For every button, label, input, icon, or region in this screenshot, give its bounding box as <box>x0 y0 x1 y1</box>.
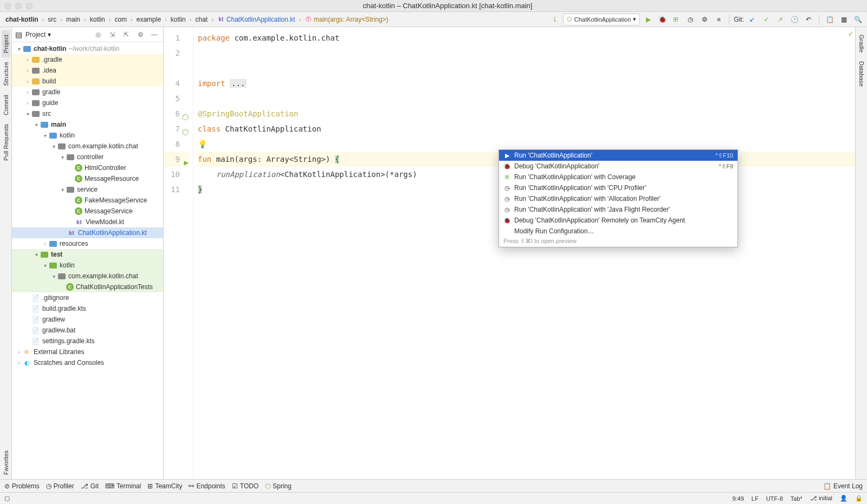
menu-item-run[interactable]: ▶Run 'ChatKotlinApplication'^⇧F10 <box>499 150 737 161</box>
menu-item-jfr[interactable]: ◷Run 'ChatKotlinApplication' with 'Java … <box>499 204 737 215</box>
tree-folder[interactable]: ▾test <box>12 249 163 260</box>
git-push-icon[interactable]: ↗ <box>774 14 786 25</box>
tree-class[interactable]: CHtmlController <box>12 162 163 173</box>
tab-commit[interactable]: Commit <box>2 90 10 120</box>
tree-folder[interactable]: ›.gradle <box>12 54 163 65</box>
crumb-file[interactable]: ktChatKotlinApplication.kt <box>215 15 297 24</box>
status-line-sep[interactable]: LF <box>752 495 759 502</box>
crumb-fn[interactable]: ⓕmain(args: Array<String>) <box>302 15 390 24</box>
status-encoding[interactable]: UTF-8 <box>766 495 783 502</box>
tree-package[interactable]: ▾com.example.kotlin.chat <box>12 141 163 152</box>
tree-libraries[interactable]: ›⊪External Libraries <box>12 346 163 357</box>
editor[interactable]: ✓ 1 2 4 5 ⬡6 ⬡7 8 ▶9 10 11 package com.e… <box>164 27 855 479</box>
editor-gutter[interactable]: 1 2 4 5 ⬡6 ⬡7 8 ▶9 10 11 <box>164 27 193 479</box>
tool-windows-toggle-icon[interactable]: ▢ <box>4 495 10 502</box>
tree-file[interactable]: 📄.gitignore <box>12 292 163 303</box>
tree-file[interactable]: ktViewModel.kt <box>12 217 163 227</box>
collapse-icon[interactable]: ⇱ <box>121 29 132 40</box>
menu-item-cpu[interactable]: ◷Run 'ChatKotlinApplication' with 'CPU P… <box>499 182 737 193</box>
menu-item-teamcity[interactable]: 🐞Debug 'ChatKotlinApplication' Remotely … <box>499 215 737 226</box>
code-area[interactable]: package com.example.kotlin.chat import .… <box>193 27 855 479</box>
tree-package[interactable]: ▾com.example.kotlin.chat <box>12 271 163 282</box>
tree-root[interactable]: ▾chat-kotlin~/work/chat-kotlin <box>12 43 163 54</box>
status-branch[interactable]: ⎇ initial <box>810 495 832 502</box>
tree-file[interactable]: 📄build.gradle.kts <box>12 303 163 314</box>
tab-pull-requests[interactable]: Pull Requests <box>2 120 10 165</box>
tab-project[interactable]: Project <box>2 30 10 57</box>
tab-database[interactable]: Database <box>857 57 866 91</box>
tree-folder[interactable]: ›resources <box>12 238 163 249</box>
tree-folder[interactable]: ›build <box>12 76 163 87</box>
inspection-ok-icon[interactable]: ✓ <box>849 29 853 38</box>
tab-endpoints[interactable]: ⚯Endpoints <box>189 482 225 490</box>
menu-item-coverage[interactable]: ⛨Run 'ChatKotlinApplication' with Covera… <box>499 172 737 182</box>
stop-icon[interactable]: ■ <box>713 14 724 25</box>
tree-class[interactable]: CMessageResource <box>12 173 163 184</box>
menu-item-debug[interactable]: 🐞Debug 'ChatKotlinApplication'^⇧F9 <box>499 161 737 172</box>
run-icon[interactable]: ▶ <box>642 14 654 25</box>
project-view-selector[interactable]: Project <box>25 31 46 38</box>
chevron-down-icon[interactable]: ▾ <box>48 31 51 38</box>
hide-icon[interactable]: — <box>149 29 160 40</box>
git-revert-icon[interactable]: ↶ <box>803 14 814 25</box>
window-controls[interactable] <box>4 3 33 9</box>
tab-favorites[interactable]: Favorites <box>2 446 10 479</box>
tree-file[interactable]: 📄settings.gradle.kts <box>12 336 163 346</box>
tree-folder[interactable]: ›guide <box>12 97 163 108</box>
git-update-icon[interactable]: ↙ <box>746 14 758 25</box>
tree-scratches[interactable]: ›◐Scratches and Consoles <box>12 357 163 368</box>
tree-file[interactable]: 📄gradlew.bat <box>12 325 163 336</box>
tree-folder[interactable]: ▾src <box>12 108 163 119</box>
tab-profiler[interactable]: ◷Profiler <box>46 482 74 490</box>
tab-spring[interactable]: ⬡Spring <box>265 482 292 490</box>
tab-teamcity[interactable]: ⊞TeamCity <box>147 482 182 490</box>
tab-structure[interactable]: Structure <box>2 57 10 90</box>
tab-gradle[interactable]: Gradle <box>857 30 866 57</box>
tree-class[interactable]: CMessageService <box>12 206 163 217</box>
crumb-com[interactable]: com <box>112 15 129 24</box>
status-lock-icon[interactable]: 🔒 <box>855 495 863 502</box>
crumb-kotlin[interactable]: kotlin <box>88 15 107 24</box>
coverage-icon[interactable]: ⛨ <box>670 14 682 25</box>
tree-class[interactable]: CChatKotlinApplicationTests <box>12 282 163 292</box>
crumb-example[interactable]: example <box>134 15 163 24</box>
git-history-icon[interactable]: 🕒 <box>788 14 800 25</box>
status-avatar-icon[interactable]: 👤 <box>840 495 847 502</box>
project-tree[interactable]: ▾chat-kotlin~/work/chat-kotlin ›.gradle … <box>12 42 163 479</box>
tab-todo[interactable]: ☑TODO <box>232 482 258 490</box>
run-config-selector[interactable]: ⬡ ChatKotlinApplication ▾ <box>563 14 640 25</box>
gear-icon[interactable]: ⚙ <box>135 29 146 40</box>
tree-package[interactable]: ▾service <box>12 184 163 195</box>
crumb-src[interactable]: src <box>46 15 59 24</box>
search-icon[interactable]: 🔍 <box>852 14 864 25</box>
tab-git[interactable]: ⎇Git <box>81 482 99 490</box>
tree-file[interactable]: 📄gradlew <box>12 314 163 325</box>
profile-icon[interactable]: ◷ <box>684 14 696 25</box>
tree-package[interactable]: ▾controller <box>12 152 163 162</box>
tab-terminal[interactable]: ⌨Terminal <box>105 482 141 490</box>
status-caret[interactable]: 9:49 <box>732 495 743 502</box>
tree-folder[interactable]: ›gradle <box>12 87 163 97</box>
menu-item-alloc[interactable]: ◷Run 'ChatKotlinApplication' with 'Alloc… <box>499 193 737 204</box>
ide-settings-icon[interactable]: ▦ <box>838 14 850 25</box>
locate-icon[interactable]: ◎ <box>93 29 103 40</box>
status-indent[interactable]: Tab* <box>791 495 803 502</box>
tab-event-log[interactable]: 📋Event Log <box>823 482 863 490</box>
code-with-me-icon[interactable]: 📋 <box>824 14 836 25</box>
crumb-chat[interactable]: chat <box>193 15 210 24</box>
tree-folder[interactable]: ▾kotlin <box>12 260 163 271</box>
tree-class[interactable]: CFakeMessageService <box>12 195 163 206</box>
crumb-project[interactable]: chat-kotlin <box>3 15 41 24</box>
build-icon[interactable]: ⤹ <box>549 14 561 25</box>
debug-icon[interactable]: 🐞 <box>656 14 668 25</box>
tree-file-selected[interactable]: ktChatKotlinApplication.kt <box>12 227 163 238</box>
tree-folder[interactable]: ▾main <box>12 119 163 130</box>
crumb-kotlin2[interactable]: kotlin <box>169 15 188 24</box>
crumb-main[interactable]: main <box>64 15 82 24</box>
menu-item-modify[interactable]: Modify Run Configuration… <box>499 226 737 237</box>
tab-problems[interactable]: ⊘Problems <box>4 482 40 490</box>
tree-folder[interactable]: ›.idea <box>12 65 163 76</box>
expand-icon[interactable]: ⇲ <box>107 29 118 40</box>
git-commit-icon[interactable]: ✓ <box>760 14 772 25</box>
tree-folder[interactable]: ▾kotlin <box>12 130 163 141</box>
